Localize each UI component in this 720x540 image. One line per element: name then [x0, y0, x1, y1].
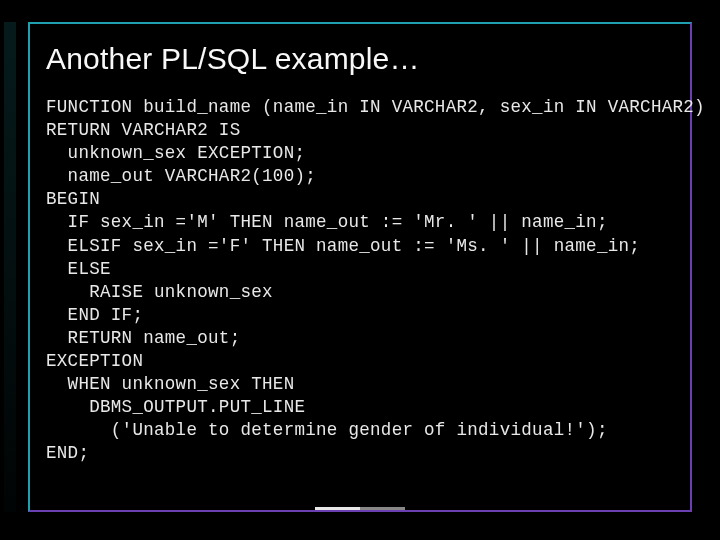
code-line: ELSIF sex_in ='F' THEN name_out := 'Ms. …	[46, 236, 640, 256]
code-line: BEGIN	[46, 189, 100, 209]
code-line: FUNCTION build_name (name_in IN VARCHAR2…	[46, 97, 705, 117]
code-line: ('Unable to determine gender of individu…	[46, 420, 608, 440]
code-line: END;	[46, 443, 89, 463]
code-line: IF sex_in ='M' THEN name_out := 'Mr. ' |…	[46, 212, 608, 232]
code-line: RAISE unknown_sex	[46, 282, 273, 302]
code-block: FUNCTION build_name (name_in IN VARCHAR2…	[46, 96, 674, 466]
code-line: unknown_sex EXCEPTION;	[46, 143, 305, 163]
code-line: DBMS_OUTPUT.PUT_LINE	[46, 397, 305, 417]
code-line: name_out VARCHAR2(100);	[46, 166, 316, 186]
code-line: ELSE	[46, 259, 111, 279]
footer-accent	[315, 507, 405, 510]
code-line: EXCEPTION	[46, 351, 143, 371]
slide-frame: Another PL/SQL example… FUNCTION build_n…	[28, 22, 692, 512]
code-line: RETURN VARCHAR2 IS	[46, 120, 240, 140]
slide-title: Another PL/SQL example…	[46, 42, 674, 76]
code-line: END IF;	[46, 305, 143, 325]
code-line: WHEN unknown_sex THEN	[46, 374, 294, 394]
left-accent	[4, 22, 16, 512]
code-line: RETURN name_out;	[46, 328, 240, 348]
